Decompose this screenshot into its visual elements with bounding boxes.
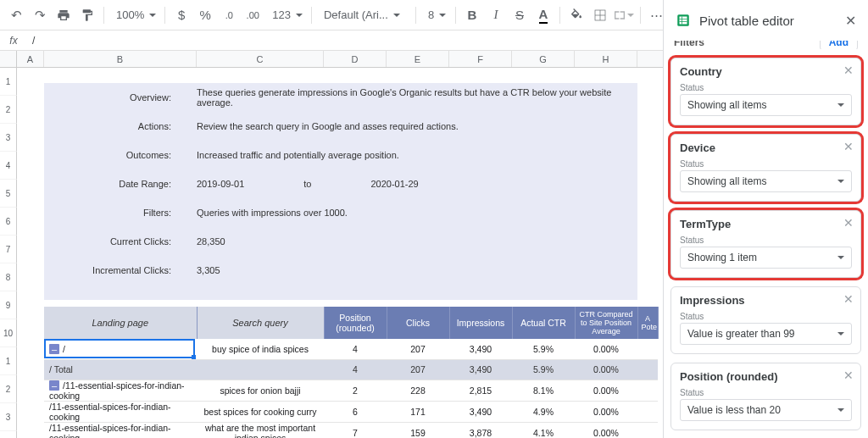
text-color-button[interactable]: A: [532, 4, 554, 26]
font-dropdown[interactable]: Default (Ari...: [317, 4, 410, 26]
cell-impr: 3,490: [449, 339, 512, 359]
th-query[interactable]: Search query: [197, 307, 324, 339]
number-format-dropdown[interactable]: 123: [265, 4, 306, 26]
row-number[interactable]: 4: [0, 431, 17, 438]
fill-color-button[interactable]: [565, 4, 587, 26]
filter-status-label: Status: [680, 388, 852, 397]
overview-label: Filters:: [44, 208, 197, 218]
cell-impr: 3,490: [449, 359, 512, 380]
zoom-dropdown[interactable]: 100%: [109, 4, 159, 26]
chevron-down-icon: [837, 256, 844, 259]
panel-close-button[interactable]: ✕: [845, 13, 856, 29]
filter-card: Impressions✕StatusValue is greater than …: [670, 286, 861, 354]
table-row[interactable]: –/11-essential-spices-for-indian-cooking…: [44, 380, 658, 402]
redo-button[interactable]: ↷: [29, 4, 51, 26]
th-pos[interactable]: Position (rounded): [324, 307, 387, 339]
overview-value: Review the search query in Google and as…: [197, 121, 637, 131]
paint-format-button[interactable]: [76, 4, 98, 26]
fontsize-value: 8: [428, 8, 434, 21]
pivot-editor-panel: Pivot table editor ✕ Filters Add Country…: [663, 0, 868, 438]
th-comp[interactable]: CTR Compared to Site Position Average: [575, 307, 637, 339]
bold-button[interactable]: B: [461, 4, 483, 26]
decrease-decimal-button[interactable]: .0: [218, 4, 240, 26]
sheets-icon: [676, 13, 691, 28]
italic-button[interactable]: I: [485, 4, 507, 26]
landing-cell: /11-essential-spices-for-indian-cooking: [49, 402, 171, 422]
row-number[interactable]: 3: [0, 403, 17, 431]
row-number[interactable]: 9: [0, 291, 17, 319]
overview-label: Date Range:: [44, 179, 197, 189]
filter-value-dropdown[interactable]: Showing all items: [680, 94, 852, 116]
th-landing[interactable]: Landing page: [44, 307, 197, 339]
filter-title: Device: [680, 141, 852, 154]
add-filter-button[interactable]: Add: [820, 41, 858, 49]
col-a[interactable]: A: [17, 51, 44, 67]
collapse-toggle[interactable]: –: [49, 344, 59, 354]
th-impr[interactable]: Impressions: [449, 307, 512, 339]
filter-card: Device✕StatusShowing all items: [670, 134, 861, 202]
col-b[interactable]: B: [44, 51, 197, 67]
remove-filter-button[interactable]: ✕: [843, 369, 854, 382]
select-all-cell[interactable]: [0, 51, 17, 67]
row-number[interactable]: 2: [0, 375, 17, 403]
th-ctr[interactable]: Actual CTR: [512, 307, 575, 339]
remove-filter-button[interactable]: ✕: [843, 64, 854, 77]
table-row[interactable]: / Total42073,4905.9%0.00%: [44, 359, 658, 380]
increase-decimal-button[interactable]: .00: [242, 4, 264, 26]
cell-pos: 6: [324, 402, 387, 423]
th-pot[interactable]: A Pote: [637, 307, 658, 339]
fontsize-dropdown[interactable]: 8: [421, 4, 450, 26]
col-e[interactable]: E: [387, 51, 449, 67]
remove-filter-button[interactable]: ✕: [843, 292, 854, 306]
row-number[interactable]: 1: [0, 347, 17, 375]
filter-title: Position (rounded): [680, 370, 852, 383]
borders-button[interactable]: [589, 4, 611, 26]
col-f[interactable]: F: [449, 51, 512, 67]
filter-status-label: Status: [680, 236, 852, 245]
row-number[interactable]: 10: [0, 319, 17, 347]
filter-value-dropdown[interactable]: Value is less than 20: [680, 399, 852, 421]
filter-value: Showing 1 item: [687, 252, 757, 263]
row-number[interactable]: 2: [0, 96, 17, 124]
collapse-toggle[interactable]: –: [49, 380, 59, 391]
th-clicks[interactable]: Clicks: [387, 307, 449, 339]
remove-filter-button[interactable]: ✕: [843, 216, 854, 230]
col-c[interactable]: C: [197, 51, 324, 67]
sheet-surface[interactable]: Overview:These queries generate impressi…: [17, 68, 663, 438]
row-numbers: 1234567891012345: [0, 68, 17, 438]
undo-button[interactable]: ↶: [5, 4, 27, 26]
panel-title: Pivot table editor: [699, 14, 837, 28]
merge-button[interactable]: [613, 4, 635, 26]
row-number[interactable]: 7: [0, 236, 17, 263]
svg-rect-4: [680, 17, 687, 25]
col-g[interactable]: G: [512, 51, 575, 67]
row-number[interactable]: 8: [0, 263, 17, 291]
row-number[interactable]: 6: [0, 208, 17, 236]
row-number[interactable]: 5: [0, 180, 17, 208]
row-number[interactable]: 3: [0, 124, 17, 152]
cell-query: spices for onion bajji: [197, 380, 324, 402]
filters-section-header: Filters Add: [670, 41, 861, 49]
cell-pot: [637, 380, 658, 402]
row-number[interactable]: 4: [0, 152, 17, 180]
filter-status-label: Status: [680, 83, 852, 92]
col-h[interactable]: H: [575, 51, 637, 67]
col-d[interactable]: D: [324, 51, 387, 67]
remove-filter-button[interactable]: ✕: [843, 140, 854, 153]
overview-label: Outcomes:: [44, 150, 197, 160]
strike-button[interactable]: S: [509, 4, 531, 26]
filter-value-dropdown[interactable]: Showing all items: [680, 170, 852, 192]
landing-cell: / Total: [49, 364, 73, 374]
currency-button[interactable]: $: [170, 4, 192, 26]
print-button[interactable]: [53, 4, 75, 26]
table-row[interactable]: /11-essential-spices-for-indian-cookingw…: [44, 423, 658, 439]
filter-value-dropdown[interactable]: Value is greater than 99: [680, 323, 852, 345]
table-row[interactable]: –/buy spice of india spices42073,4905.9%…: [44, 339, 658, 359]
overview-value: These queries generate impressions in Go…: [197, 87, 637, 108]
overview-value: Queries with impressions over 1000.: [197, 208, 637, 218]
percent-button[interactable]: %: [194, 4, 216, 26]
table-row[interactable]: /11-essential-spices-for-indian-cookingb…: [44, 402, 658, 423]
row-number[interactable]: 1: [0, 68, 17, 96]
filter-value-dropdown[interactable]: Showing 1 item: [680, 247, 852, 269]
cell-impr: 3,878: [449, 423, 512, 439]
